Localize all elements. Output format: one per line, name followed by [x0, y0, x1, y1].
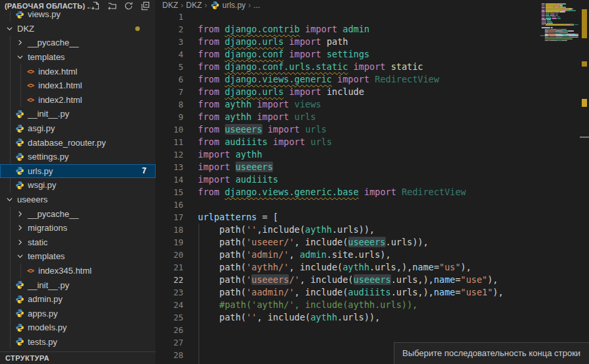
explorer-section-header[interactable]: (РАБОЧАЯ ОБЛАСТЬ) ... — [0, 0, 156, 11]
line-number: 21 — [157, 261, 183, 274]
minimap[interactable] — [540, 0, 580, 364]
code-line-7[interactable]: from django.urls import include — [198, 86, 503, 98]
code-line-6[interactable]: from django.views.generic import Redirec… — [198, 73, 503, 86]
code-line-18[interactable]: path('',include(aythh.urls)), — [198, 224, 503, 236]
minimap-line — [542, 16, 545, 18]
tree-item-models.py[interactable]: models.py — [0, 320, 156, 335]
code-line-19[interactable]: path('useeer/', include(useeers.urls)), — [198, 236, 503, 249]
code-line-26[interactable] — [198, 324, 503, 336]
minimap-line — [555, 11, 559, 13]
chevron-right-icon — [15, 40, 25, 46]
breadcrumb-folder[interactable]: DKZ — [186, 1, 202, 10]
tree-item-__pycache__[interactable]: __pycache__ — [0, 206, 156, 221]
refresh-icon[interactable] — [123, 1, 134, 11]
outline-section-header[interactable]: СТРУКТУРА — [0, 351, 156, 364]
minimap-line — [569, 37, 574, 38]
tree-item-__pycache__[interactable]: __pycache__ — [0, 36, 156, 50]
chevron-right-icon: › — [180, 1, 184, 10]
minimap-line — [555, 37, 563, 38]
code-line-16[interactable] — [198, 198, 503, 211]
collapse-all-icon[interactable] — [140, 1, 150, 11]
new-folder-icon[interactable] — [107, 1, 117, 11]
code-line-21[interactable]: path('aythh/', include(aythh.urls,),name… — [198, 261, 503, 274]
breadcrumb-folder[interactable]: DKZ — [162, 1, 178, 10]
code-line-13[interactable]: import useeers — [198, 161, 503, 173]
tree-item-wsgi.py[interactable]: wsgi.py — [0, 178, 156, 193]
tree-item-label: __pycache__ — [28, 209, 78, 219]
tree-item-settings.py[interactable]: settings.py — [0, 150, 156, 164]
outline-title: СТРУКТУРА — [5, 354, 49, 362]
minimap-line — [557, 18, 561, 19]
code-line-3[interactable]: from django.urls import path — [198, 36, 503, 48]
line-number: 6 — [157, 73, 183, 86]
minimap-line — [559, 32, 568, 34]
tree-item-templates[interactable]: templates — [0, 249, 156, 264]
tree-item-apps.py[interactable]: apps.py — [0, 306, 156, 320]
tree-item-__init__.py[interactable]: __init__.py — [0, 107, 156, 121]
code-line-12[interactable]: import aythh — [198, 148, 503, 161]
python-file-icon — [15, 336, 25, 347]
line-number: 19 — [157, 236, 183, 249]
line-number: 25 — [157, 311, 183, 324]
chevron-down-icon — [4, 197, 15, 202]
breadcrumb-file[interactable]: urls.py — [222, 1, 245, 10]
tree-item-tests.py[interactable]: tests.py — [0, 335, 156, 349]
minimap-line — [551, 16, 556, 18]
breadcrumb-symbol[interactable]: ... — [253, 1, 260, 10]
tree-item-label: DKZ — [17, 24, 34, 34]
line-number: 17 — [157, 211, 183, 224]
code-line-9[interactable]: from aythh import urls — [198, 111, 503, 123]
minimap-line — [560, 11, 565, 13]
minimap-line — [542, 24, 545, 26]
new-file-icon[interactable] — [90, 1, 101, 11]
minimap-line — [542, 13, 545, 15]
python-file-icon — [15, 123, 25, 134]
code-line-25[interactable]: path('', include(aythh.urls)), — [198, 311, 503, 324]
minimap-line — [569, 35, 574, 36]
tree-item-__init__.py[interactable]: __init__.py — [0, 278, 156, 292]
code-line-15[interactable]: from django.views.generic.base import Re… — [198, 186, 503, 198]
tree-item-index.html[interactable]: <>index.html — [0, 64, 156, 78]
code-line-2[interactable]: from django.contrib import admin — [198, 23, 503, 36]
code-line-22[interactable]: path('useeers/', include(useeers.urls,),… — [198, 274, 503, 286]
code-area[interactable]: from django.contrib import adminfrom dja… — [198, 11, 503, 361]
minimap-line — [550, 29, 557, 30]
tree-item-useeers[interactable]: useeers — [0, 193, 156, 207]
code-line-14[interactable]: import audiiits — [198, 173, 503, 186]
minimap-line — [550, 40, 558, 42]
python-file-icon — [15, 308, 25, 318]
tree-item-index2.html[interactable]: <>index2.html — [0, 93, 156, 107]
tree-item-static[interactable]: static — [0, 235, 156, 250]
code-line-11[interactable]: from audiiits import urls — [198, 136, 503, 148]
overview-ruler[interactable] — [580, 0, 589, 364]
tree-item-templates[interactable]: templates — [0, 50, 156, 65]
minimap-line — [563, 35, 569, 36]
python-file-icon — [15, 166, 25, 176]
code-line-4[interactable]: from django.conf import settings — [198, 48, 503, 61]
tooltip-text: Выберите последовательность конца строки — [402, 348, 580, 358]
code-line-23[interactable]: path('aadmin/', include(audiiits.urls,),… — [198, 286, 503, 299]
tree-item-label: index1.html — [38, 80, 82, 90]
tree-item-database_roouter.py[interactable]: database_roouter.py — [0, 135, 156, 150]
line-number: 22 — [157, 274, 183, 286]
minimap-line — [545, 15, 549, 16]
tree-item-label: database_roouter.py — [28, 138, 106, 148]
python-file-icon — [15, 152, 25, 162]
tree-item-label: tests.py — [28, 337, 57, 347]
chevron-right-icon: › — [247, 1, 251, 10]
code-line-17[interactable]: urlpatterns = [ — [198, 211, 503, 224]
code-line-24[interactable]: #path('aythh/', include(aythh.urls)), — [198, 299, 503, 311]
tree-item-asgi.py[interactable]: asgi.py — [0, 121, 156, 136]
code-line-8[interactable]: from aythh import views — [198, 98, 503, 111]
code-line-1[interactable] — [198, 11, 503, 23]
code-line-10[interactable]: from useeers import urls — [198, 123, 503, 136]
minimap-line — [542, 15, 545, 16]
tree-item-index1.html[interactable]: <>index1.html — [0, 78, 156, 93]
tree-item-admin.py[interactable]: admin.py — [0, 292, 156, 307]
tree-item-DKZ[interactable]: DKZ — [0, 22, 156, 36]
code-line-20[interactable]: path('admin/', admin.site.urls), — [198, 249, 503, 261]
code-line-5[interactable]: from django.conf.urls.static import stat… — [198, 61, 503, 73]
tree-item-migrations[interactable]: migrations — [0, 221, 156, 235]
tree-item-urls.py[interactable]: urls.py7 — [0, 164, 156, 179]
tree-item-index345.html[interactable]: <>index345.html — [0, 264, 156, 278]
